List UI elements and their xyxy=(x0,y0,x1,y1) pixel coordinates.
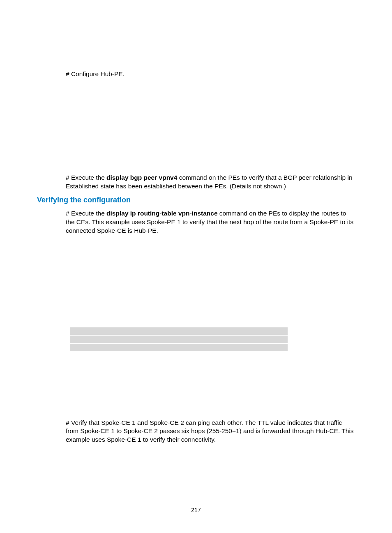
verifying-heading: Verifying the configuration xyxy=(37,196,355,204)
para2-prefix: # Execute the xyxy=(66,174,106,181)
execute-bgp-peer: # Execute the display bgp peer vpnv4 com… xyxy=(66,174,355,191)
page-number: 217 xyxy=(0,507,392,513)
para3-bold: display ip routing-table vpn-instance xyxy=(106,210,217,217)
verify-ping: # Verify that Spoke-CE 1 and Spoke-CE 2 … xyxy=(66,419,355,445)
code-output-block xyxy=(66,241,355,413)
code-highlight-row-1 xyxy=(70,327,288,335)
execute-ip-routing: # Execute the display ip routing-table v… xyxy=(66,209,355,235)
code-blank-space xyxy=(66,241,355,327)
code-highlight-row-2 xyxy=(70,336,288,343)
para2-bold: display bgp peer vpnv4 xyxy=(106,174,177,181)
config-hub-pe: # Configure Hub-PE. xyxy=(66,70,355,79)
para3-prefix: # Execute the xyxy=(66,210,106,217)
code-highlight-row-3 xyxy=(70,344,288,351)
spacer xyxy=(37,81,355,174)
code-blank-space-2 xyxy=(66,352,355,413)
